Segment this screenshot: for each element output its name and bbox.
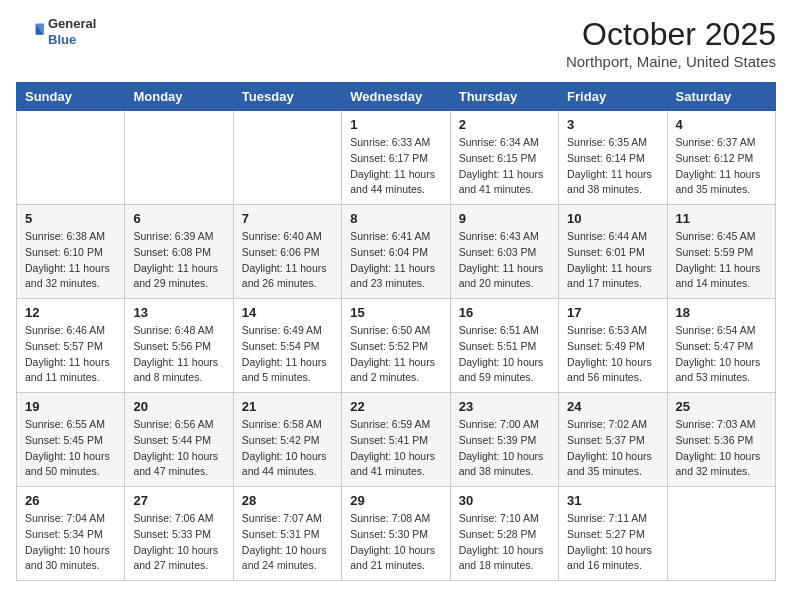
weekday-header: Monday (125, 83, 233, 111)
calendar-cell (125, 111, 233, 205)
day-number: 22 (350, 399, 441, 414)
calendar-cell: 29Sunrise: 7:08 AM Sunset: 5:30 PM Dayli… (342, 487, 450, 581)
day-info: Sunrise: 7:10 AM Sunset: 5:28 PM Dayligh… (459, 511, 550, 574)
calendar-cell: 14Sunrise: 6:49 AM Sunset: 5:54 PM Dayli… (233, 299, 341, 393)
calendar-cell: 7Sunrise: 6:40 AM Sunset: 6:06 PM Daylig… (233, 205, 341, 299)
day-info: Sunrise: 6:39 AM Sunset: 6:08 PM Dayligh… (133, 229, 224, 292)
calendar-table: SundayMondayTuesdayWednesdayThursdayFrid… (16, 82, 776, 581)
weekday-header-row: SundayMondayTuesdayWednesdayThursdayFrid… (17, 83, 776, 111)
calendar-cell: 27Sunrise: 7:06 AM Sunset: 5:33 PM Dayli… (125, 487, 233, 581)
day-number: 2 (459, 117, 550, 132)
calendar-cell: 11Sunrise: 6:45 AM Sunset: 5:59 PM Dayli… (667, 205, 775, 299)
day-number: 31 (567, 493, 658, 508)
day-number: 20 (133, 399, 224, 414)
calendar-week-row: 26Sunrise: 7:04 AM Sunset: 5:34 PM Dayli… (17, 487, 776, 581)
calendar-cell: 22Sunrise: 6:59 AM Sunset: 5:41 PM Dayli… (342, 393, 450, 487)
day-info: Sunrise: 6:53 AM Sunset: 5:49 PM Dayligh… (567, 323, 658, 386)
day-info: Sunrise: 7:03 AM Sunset: 5:36 PM Dayligh… (676, 417, 767, 480)
logo-general: General (48, 16, 96, 32)
logo-icon (16, 18, 44, 46)
calendar-cell: 18Sunrise: 6:54 AM Sunset: 5:47 PM Dayli… (667, 299, 775, 393)
calendar-cell (233, 111, 341, 205)
calendar-cell: 26Sunrise: 7:04 AM Sunset: 5:34 PM Dayli… (17, 487, 125, 581)
calendar-cell (17, 111, 125, 205)
day-info: Sunrise: 7:02 AM Sunset: 5:37 PM Dayligh… (567, 417, 658, 480)
day-info: Sunrise: 6:48 AM Sunset: 5:56 PM Dayligh… (133, 323, 224, 386)
day-number: 6 (133, 211, 224, 226)
calendar-cell: 6Sunrise: 6:39 AM Sunset: 6:08 PM Daylig… (125, 205, 233, 299)
day-info: Sunrise: 6:33 AM Sunset: 6:17 PM Dayligh… (350, 135, 441, 198)
day-number: 11 (676, 211, 767, 226)
day-number: 19 (25, 399, 116, 414)
calendar-cell: 5Sunrise: 6:38 AM Sunset: 6:10 PM Daylig… (17, 205, 125, 299)
day-info: Sunrise: 6:46 AM Sunset: 5:57 PM Dayligh… (25, 323, 116, 386)
day-info: Sunrise: 6:58 AM Sunset: 5:42 PM Dayligh… (242, 417, 333, 480)
day-info: Sunrise: 6:49 AM Sunset: 5:54 PM Dayligh… (242, 323, 333, 386)
day-number: 27 (133, 493, 224, 508)
day-number: 24 (567, 399, 658, 414)
day-number: 26 (25, 493, 116, 508)
day-info: Sunrise: 7:00 AM Sunset: 5:39 PM Dayligh… (459, 417, 550, 480)
day-number: 5 (25, 211, 116, 226)
day-info: Sunrise: 6:50 AM Sunset: 5:52 PM Dayligh… (350, 323, 441, 386)
calendar-cell: 25Sunrise: 7:03 AM Sunset: 5:36 PM Dayli… (667, 393, 775, 487)
day-number: 16 (459, 305, 550, 320)
day-info: Sunrise: 6:40 AM Sunset: 6:06 PM Dayligh… (242, 229, 333, 292)
day-info: Sunrise: 7:07 AM Sunset: 5:31 PM Dayligh… (242, 511, 333, 574)
logo-text: General Blue (48, 16, 96, 47)
weekday-header: Friday (559, 83, 667, 111)
day-number: 12 (25, 305, 116, 320)
day-info: Sunrise: 6:35 AM Sunset: 6:14 PM Dayligh… (567, 135, 658, 198)
day-info: Sunrise: 6:34 AM Sunset: 6:15 PM Dayligh… (459, 135, 550, 198)
location: Northport, Maine, United States (566, 53, 776, 70)
calendar-cell: 16Sunrise: 6:51 AM Sunset: 5:51 PM Dayli… (450, 299, 558, 393)
calendar-week-row: 12Sunrise: 6:46 AM Sunset: 5:57 PM Dayli… (17, 299, 776, 393)
day-info: Sunrise: 6:37 AM Sunset: 6:12 PM Dayligh… (676, 135, 767, 198)
calendar-week-row: 1Sunrise: 6:33 AM Sunset: 6:17 PM Daylig… (17, 111, 776, 205)
calendar-cell: 31Sunrise: 7:11 AM Sunset: 5:27 PM Dayli… (559, 487, 667, 581)
calendar-cell: 4Sunrise: 6:37 AM Sunset: 6:12 PM Daylig… (667, 111, 775, 205)
weekday-header: Saturday (667, 83, 775, 111)
day-number: 1 (350, 117, 441, 132)
day-info: Sunrise: 7:06 AM Sunset: 5:33 PM Dayligh… (133, 511, 224, 574)
calendar-cell: 30Sunrise: 7:10 AM Sunset: 5:28 PM Dayli… (450, 487, 558, 581)
weekday-header: Sunday (17, 83, 125, 111)
calendar-cell: 20Sunrise: 6:56 AM Sunset: 5:44 PM Dayli… (125, 393, 233, 487)
calendar-week-row: 5Sunrise: 6:38 AM Sunset: 6:10 PM Daylig… (17, 205, 776, 299)
day-number: 25 (676, 399, 767, 414)
day-info: Sunrise: 6:44 AM Sunset: 6:01 PM Dayligh… (567, 229, 658, 292)
calendar-cell: 12Sunrise: 6:46 AM Sunset: 5:57 PM Dayli… (17, 299, 125, 393)
day-number: 23 (459, 399, 550, 414)
calendar-cell: 8Sunrise: 6:41 AM Sunset: 6:04 PM Daylig… (342, 205, 450, 299)
day-info: Sunrise: 6:38 AM Sunset: 6:10 PM Dayligh… (25, 229, 116, 292)
calendar-cell: 1Sunrise: 6:33 AM Sunset: 6:17 PM Daylig… (342, 111, 450, 205)
day-info: Sunrise: 6:51 AM Sunset: 5:51 PM Dayligh… (459, 323, 550, 386)
day-number: 17 (567, 305, 658, 320)
page-header: General Blue October 2025 Northport, Mai… (16, 16, 776, 70)
day-number: 13 (133, 305, 224, 320)
calendar-cell: 28Sunrise: 7:07 AM Sunset: 5:31 PM Dayli… (233, 487, 341, 581)
calendar-cell: 17Sunrise: 6:53 AM Sunset: 5:49 PM Dayli… (559, 299, 667, 393)
day-info: Sunrise: 6:55 AM Sunset: 5:45 PM Dayligh… (25, 417, 116, 480)
day-number: 18 (676, 305, 767, 320)
calendar-cell: 21Sunrise: 6:58 AM Sunset: 5:42 PM Dayli… (233, 393, 341, 487)
calendar-cell (667, 487, 775, 581)
day-info: Sunrise: 7:04 AM Sunset: 5:34 PM Dayligh… (25, 511, 116, 574)
day-number: 30 (459, 493, 550, 508)
day-info: Sunrise: 6:43 AM Sunset: 6:03 PM Dayligh… (459, 229, 550, 292)
title-block: October 2025 Northport, Maine, United St… (566, 16, 776, 70)
day-number: 9 (459, 211, 550, 226)
weekday-header: Wednesday (342, 83, 450, 111)
day-info: Sunrise: 6:59 AM Sunset: 5:41 PM Dayligh… (350, 417, 441, 480)
calendar-cell: 2Sunrise: 6:34 AM Sunset: 6:15 PM Daylig… (450, 111, 558, 205)
calendar-cell: 24Sunrise: 7:02 AM Sunset: 5:37 PM Dayli… (559, 393, 667, 487)
weekday-header: Thursday (450, 83, 558, 111)
day-number: 21 (242, 399, 333, 414)
day-number: 8 (350, 211, 441, 226)
day-number: 10 (567, 211, 658, 226)
calendar-cell: 3Sunrise: 6:35 AM Sunset: 6:14 PM Daylig… (559, 111, 667, 205)
calendar-week-row: 19Sunrise: 6:55 AM Sunset: 5:45 PM Dayli… (17, 393, 776, 487)
day-info: Sunrise: 6:45 AM Sunset: 5:59 PM Dayligh… (676, 229, 767, 292)
day-info: Sunrise: 6:41 AM Sunset: 6:04 PM Dayligh… (350, 229, 441, 292)
month-title: October 2025 (566, 16, 776, 53)
